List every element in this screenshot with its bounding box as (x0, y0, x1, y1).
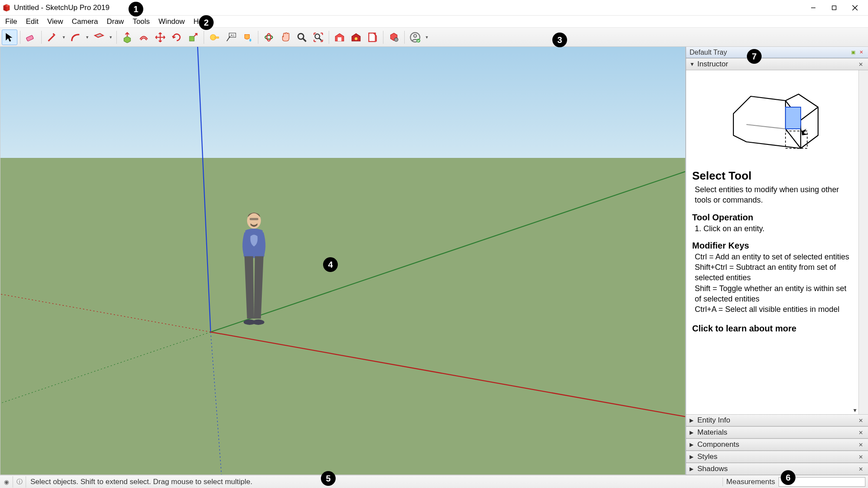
app-icon (3, 4, 10, 12)
panel-materials-close[interactable]: ✕ (857, 429, 865, 436)
chevron-right-icon: ▶ (690, 429, 696, 436)
pan-tool[interactable] (277, 29, 293, 45)
tray-pin-icon[interactable]: ▣ (850, 49, 857, 56)
svg-line-18 (303, 39, 306, 42)
tray-title: Default Tray (690, 49, 727, 56)
toolbar: ▼ ▼ ▼ A1 ▼ (0, 28, 868, 47)
svg-marker-29 (0, 158, 685, 475)
arc-tool[interactable] (68, 29, 83, 45)
panel-materials-label: Materials (697, 428, 727, 437)
svg-rect-4 (832, 6, 836, 10)
learn-more-link[interactable]: Click to learn about more (692, 324, 852, 334)
menubar: File Edit View Camera Draw Tools Window … (0, 16, 868, 28)
mod-1: Ctrl = Add an entity to set of selected … (692, 252, 852, 262)
signin-dropdown[interactable]: ▼ (424, 29, 430, 45)
panel-styles[interactable]: ▶ Styles ✕ (686, 451, 868, 463)
svg-rect-10 (215, 36, 219, 38)
rectangle-tool-dropdown[interactable]: ▼ (108, 29, 114, 45)
panel-instructor-header[interactable]: ▼ Instructor ✕ (686, 58, 868, 70)
panel-components[interactable]: ▶ Components ✕ (686, 439, 868, 451)
tray-close-icon[interactable]: ✕ (858, 49, 865, 56)
tray-scrollbar[interactable] (858, 70, 868, 414)
menu-draw[interactable]: Draw (102, 16, 129, 27)
paint-tool[interactable] (240, 29, 255, 45)
ext-warehouse-button[interactable] (348, 29, 364, 45)
extension-manager-button[interactable] (386, 29, 402, 45)
zoom-extents-tool[interactable] (310, 29, 326, 45)
instructor-desc: Select entities to modify when using oth… (692, 184, 852, 206)
offset-tool[interactable] (136, 29, 152, 45)
op-step-1: 1. Click on an entity. (692, 223, 852, 234)
window-title: Untitled - SketchUp Pro 2019 (14, 3, 109, 12)
menu-tools[interactable]: Tools (128, 16, 154, 27)
move-tool[interactable] (152, 29, 168, 45)
svg-point-26 (414, 34, 417, 37)
svg-point-22 (355, 37, 358, 40)
svg-point-17 (298, 33, 304, 39)
instructor-title: Select Tool (692, 169, 852, 183)
chevron-right-icon: ▶ (690, 466, 696, 472)
scale-tool[interactable] (185, 29, 201, 45)
panel-styles-close[interactable]: ✕ (857, 453, 865, 461)
layout-button[interactable] (365, 29, 380, 45)
rectangle-tool[interactable] (91, 29, 107, 45)
signin-button[interactable] (407, 29, 423, 45)
chevron-right-icon: ▶ (690, 417, 696, 423)
panel-materials[interactable]: ▶ Materials ✕ (686, 426, 868, 439)
chevron-right-icon: ▶ (690, 454, 696, 460)
panel-entity-info[interactable]: ▶ Entity Info ✕ (686, 414, 868, 426)
menu-help[interactable]: Help (189, 16, 213, 27)
svg-point-16 (267, 33, 271, 41)
op-head: Tool Operation (692, 213, 852, 223)
panel-components-close[interactable]: ✕ (857, 441, 865, 449)
tray-header[interactable]: Default Tray ▣ ✕ (686, 47, 868, 58)
menu-camera[interactable]: Camera (67, 16, 102, 27)
measurements-label: Measurements (723, 478, 779, 486)
menu-file[interactable]: File (1, 16, 21, 27)
panel-shadows[interactable]: ▶ Shadows ✕ (686, 463, 868, 475)
svg-point-40 (252, 320, 264, 325)
measurements-input[interactable] (779, 477, 865, 487)
svg-rect-8 (189, 36, 194, 41)
maximize-button[interactable] (824, 1, 845, 15)
default-tray: Default Tray ▣ ✕ ▼ Instructor ✕ (686, 47, 868, 475)
eraser-tool[interactable] (23, 29, 39, 45)
panel-entity-close[interactable]: ✕ (857, 416, 865, 424)
panel-instructor-close[interactable]: ✕ (857, 60, 865, 68)
zoom-tool[interactable] (294, 29, 310, 45)
svg-point-24 (394, 38, 398, 42)
warehouse-button[interactable] (332, 29, 347, 45)
svg-line-20 (319, 38, 321, 40)
svg-rect-38 (250, 218, 258, 220)
mod-head: Modifier Keys (692, 241, 852, 251)
credits-icon[interactable]: ⓘ (13, 476, 26, 488)
line-tool[interactable] (44, 29, 60, 45)
line-tool-dropdown[interactable]: ▼ (61, 29, 67, 45)
statusbar: ◉ ⓘ Select objects. Shift to extend sele… (0, 475, 868, 488)
orbit-tool[interactable] (261, 29, 277, 45)
arc-tool-dropdown[interactable]: ▼ (84, 29, 90, 45)
titlebar: Untitled - SketchUp Pro 2019 (0, 0, 868, 16)
mod-3: Shift = Toggle whether an entity is with… (692, 283, 852, 305)
menu-window[interactable]: Window (154, 16, 189, 27)
mod-4: Ctrl+A = Select all visible entities in … (692, 304, 852, 314)
menu-edit[interactable]: Edit (21, 16, 43, 27)
viewport[interactable] (0, 47, 686, 475)
select-tool[interactable] (2, 29, 17, 45)
panel-shadows-close[interactable]: ✕ (857, 465, 865, 473)
menu-view[interactable]: View (43, 16, 68, 27)
text-tool[interactable]: A1 (223, 29, 239, 45)
rotate-tool[interactable] (169, 29, 185, 45)
pushpull-tool[interactable] (119, 29, 135, 45)
panel-entity-label: Entity Info (697, 416, 730, 425)
panel-instructor-label: Instructor (697, 60, 728, 69)
minimize-button[interactable] (803, 1, 824, 15)
close-button[interactable] (845, 1, 865, 15)
tape-tool[interactable] (207, 29, 222, 45)
svg-rect-21 (338, 37, 342, 41)
geolocation-icon[interactable]: ◉ (0, 476, 13, 488)
chevron-down-icon[interactable]: ▼ (852, 407, 858, 413)
svg-point-15 (265, 35, 272, 39)
svg-rect-41 (785, 107, 801, 129)
panel-shadows-label: Shadows (697, 465, 728, 473)
